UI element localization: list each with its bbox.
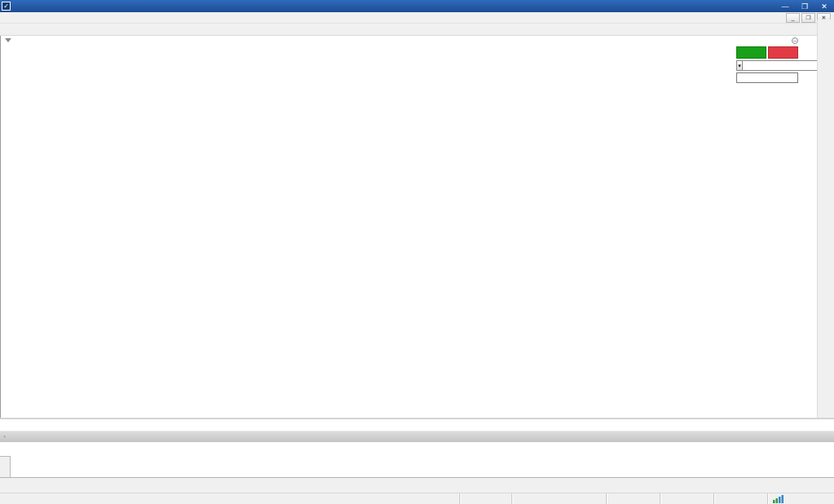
status-cell [459,493,511,504]
title-bar[interactable]: ✓ — ❐ ✕ [0,0,834,12]
status-cell [713,493,767,504]
status-cell [606,493,660,504]
oneclick-toggle-icon[interactable] [5,38,11,42]
close-icon[interactable]: ✕ [814,0,834,12]
menu-bar: _ ❐ ✕ [0,12,834,24]
candlestick-chart[interactable] [1,36,818,418]
maximize-icon[interactable]: ❐ [795,0,814,12]
toolbar [0,24,834,36]
network-cell [767,493,834,504]
child-restore-icon[interactable]: ❐ [801,13,815,23]
balance-row: ◦ [0,432,834,442]
terminal-header-row[interactable] [0,420,834,432]
right-sidebar [817,20,834,418]
network-bars-icon [773,495,784,503]
buy-button[interactable] [736,46,766,59]
status-bar [0,493,834,504]
mt4-window: ✓ — ❐ ✕ _ ❐ ✕ – [0,0,834,504]
profile-cell[interactable] [511,493,606,504]
line-trader-panel: – ▼ ▲ [736,37,798,83]
sell-button[interactable] [768,46,798,59]
collapse-icon[interactable]: – [792,37,798,44]
child-minimize-icon[interactable]: _ [786,13,800,23]
terminal-tabs [0,477,834,493]
daily-row [736,72,798,83]
symbol-label[interactable] [5,38,15,42]
minimize-icon[interactable]: — [775,0,795,12]
status-cell [660,493,713,504]
volume-down-button[interactable]: ▼ [736,60,743,71]
balance-dot-icon: ◦ [3,432,6,440]
app-icon: ✓ [2,2,11,11]
terminal-body [0,442,834,479]
chart-area[interactable]: – ▼ ▲ [0,36,817,418]
